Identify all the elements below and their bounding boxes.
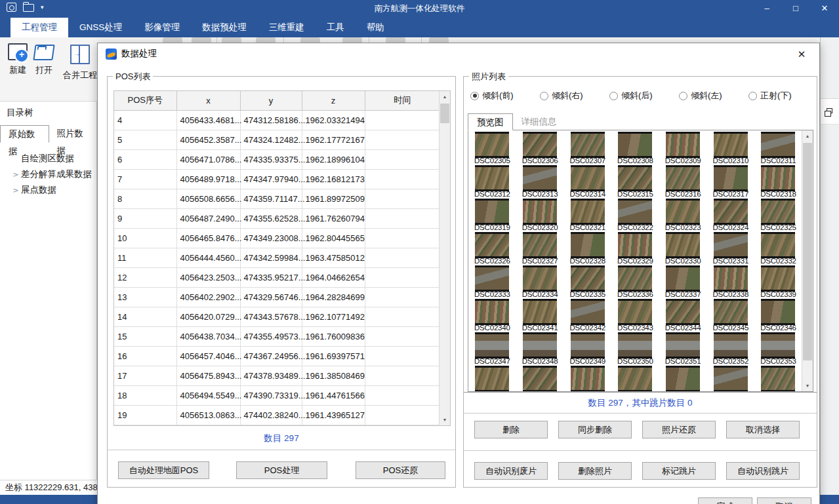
menu-tab[interactable]: 三维重建 xyxy=(258,18,316,37)
photo-item[interactable]: DSC02338 xyxy=(706,264,754,298)
photo-item[interactable]: DSC02348 xyxy=(516,331,564,364)
pos-column-header[interactable]: POS序号 xyxy=(114,91,176,110)
photo-thumbnail[interactable] xyxy=(666,332,700,359)
pos-column-header[interactable]: 时间 xyxy=(365,91,440,110)
menu-tab[interactable]: 工程管理 xyxy=(10,18,68,37)
photo-thumbnail[interactable] xyxy=(523,299,557,325)
table-row[interactable]: 144056420.0729...474343.57678...1962.107… xyxy=(114,307,440,326)
sidebar-tab[interactable]: 原始数据 xyxy=(0,125,49,143)
photo-item[interactable]: DSC02306 xyxy=(516,130,564,164)
photo-item[interactable]: DSC02307 xyxy=(563,130,611,164)
pos-column-header[interactable]: y xyxy=(240,91,302,110)
photo-thumbnail[interactable] xyxy=(714,232,748,258)
photo-thumbnail[interactable] xyxy=(618,165,652,191)
photo-thumbnail[interactable] xyxy=(714,199,748,225)
photo-item[interactable]: DSC02347 xyxy=(468,331,516,364)
pos-column-header[interactable]: z xyxy=(302,91,365,110)
photo-item[interactable] xyxy=(754,364,802,392)
photo-action-button[interactable]: 删除照片 xyxy=(558,462,632,480)
photo-item[interactable]: DSC02313 xyxy=(516,164,564,197)
photo-item[interactable]: DSC02312 xyxy=(468,164,516,197)
photo-thumbnail[interactable] xyxy=(475,132,509,158)
photo-thumbnail[interactable] xyxy=(571,165,605,191)
photo-thumbnail[interactable] xyxy=(571,265,605,292)
photo-thumbnail[interactable] xyxy=(571,299,605,325)
photo-thumbnail[interactable] xyxy=(475,332,509,359)
photo-action-button[interactable]: 取消选择 xyxy=(726,421,800,438)
photo-item[interactable]: DSC02334 xyxy=(516,264,564,298)
menu-tab[interactable]: GNSS处理 xyxy=(68,18,133,37)
photo-item[interactable]: DSC02349 xyxy=(563,331,611,364)
photo-item[interactable]: DSC02315 xyxy=(611,164,659,197)
table-row[interactable]: 64056471.0786...474335.93375...1962.1899… xyxy=(114,149,440,169)
chevron-right-icon[interactable]: > xyxy=(10,186,21,195)
photo-thumbnail[interactable] xyxy=(666,199,700,225)
photo-thumbnail[interactable] xyxy=(714,366,748,392)
photo-item[interactable]: DSC02351 xyxy=(659,331,707,364)
minimize-icon[interactable]: – xyxy=(752,0,781,18)
photo-thumbnail[interactable] xyxy=(571,366,605,392)
float-panel-icon[interactable] xyxy=(827,108,832,113)
photo-item[interactable]: DSC02345 xyxy=(706,298,754,331)
menu-tab[interactable]: 影像管理 xyxy=(133,18,191,37)
photo-item[interactable]: DSC02318 xyxy=(754,164,802,197)
scrollbar-thumb[interactable] xyxy=(440,104,449,123)
photo-thumbnail[interactable] xyxy=(761,265,795,292)
photo-item[interactable]: DSC02329 xyxy=(611,231,659,264)
radio-icon[interactable] xyxy=(748,92,757,100)
photo-tab[interactable]: 预览图 xyxy=(468,113,513,130)
photo-thumbnail[interactable] xyxy=(761,366,795,392)
toolbar-item[interactable]: →←合并工程 xyxy=(63,41,97,81)
photo-item[interactable]: DSC02314 xyxy=(563,164,611,197)
photo-item[interactable]: DSC02330 xyxy=(659,231,707,264)
photo-item[interactable]: DSC02320 xyxy=(516,197,564,231)
photo-thumbnail[interactable] xyxy=(666,299,700,325)
photo-item[interactable]: DSC02337 xyxy=(659,264,707,298)
sidebar-tab[interactable]: 照片数据 xyxy=(49,125,97,143)
photo-item[interactable]: DSC02339 xyxy=(754,264,802,298)
photo-thumbnail[interactable] xyxy=(761,332,795,359)
table-row[interactable]: 84056508.6656...474359.71147...1961.8997… xyxy=(114,189,440,208)
photo-item[interactable]: DSC02325 xyxy=(754,197,802,231)
pos-action-button[interactable]: POS处理 xyxy=(236,461,327,479)
photo-thumbnail[interactable] xyxy=(475,265,509,292)
photo-thumbnail[interactable] xyxy=(714,299,748,325)
photo-thumbnail[interactable] xyxy=(761,232,795,258)
photo-tab[interactable]: 详细信息 xyxy=(513,113,565,130)
photo-item[interactable]: DSC02346 xyxy=(754,298,802,331)
photo-thumbnail[interactable] xyxy=(523,332,557,359)
photo-action-button[interactable]: 标记跳片 xyxy=(642,462,716,480)
photo-thumbnail[interactable] xyxy=(523,232,557,258)
photo-thumbnail[interactable] xyxy=(761,299,795,325)
scroll-down-icon[interactable]: ▼ xyxy=(440,414,450,425)
pos-column-header[interactable]: x xyxy=(176,91,240,110)
photo-thumbnail[interactable] xyxy=(618,366,652,392)
photo-thumbnail[interactable] xyxy=(761,165,795,191)
photo-thumbnail[interactable] xyxy=(714,265,748,292)
photo-thumbnail[interactable] xyxy=(666,232,700,258)
orientation-radio[interactable]: 倾斜(右) xyxy=(540,90,583,102)
table-row[interactable]: 134056402.2902...474329.56746...1964.282… xyxy=(114,287,440,307)
photo-item[interactable]: DSC02311 xyxy=(754,130,802,164)
photo-thumbnail[interactable] xyxy=(618,299,652,325)
table-row[interactable]: 184056494.5549...474390.73319...1961.447… xyxy=(114,385,440,405)
pos-table-scrollbar[interactable]: ▲ ▼ xyxy=(439,91,450,425)
photo-item[interactable] xyxy=(706,364,754,392)
photo-thumbnail[interactable] xyxy=(523,366,557,392)
photo-item[interactable]: DSC02305 xyxy=(468,130,516,164)
photo-thumbnail[interactable] xyxy=(666,132,700,158)
toolbar-item[interactable]: 打开 xyxy=(34,41,54,76)
photo-scrollbar[interactable]: ▲ ▼ xyxy=(802,130,813,391)
scroll-up-icon[interactable]: ▲ xyxy=(802,130,813,142)
photo-thumbnail[interactable] xyxy=(618,199,652,225)
photo-item[interactable]: DSC02332 xyxy=(754,231,802,264)
maximize-icon[interactable]: □ xyxy=(781,0,810,18)
photo-item[interactable]: DSC02350 xyxy=(611,331,659,364)
photo-thumbnail[interactable] xyxy=(761,199,795,225)
chevron-right-icon[interactable]: > xyxy=(10,170,21,179)
orientation-radio[interactable]: 倾斜(后) xyxy=(609,90,653,102)
photo-thumbnail[interactable] xyxy=(523,265,557,292)
photo-item[interactable]: DSC02310 xyxy=(706,130,754,164)
photo-item[interactable]: DSC02324 xyxy=(706,197,754,231)
orientation-radio[interactable]: 倾斜(左) xyxy=(679,90,722,102)
